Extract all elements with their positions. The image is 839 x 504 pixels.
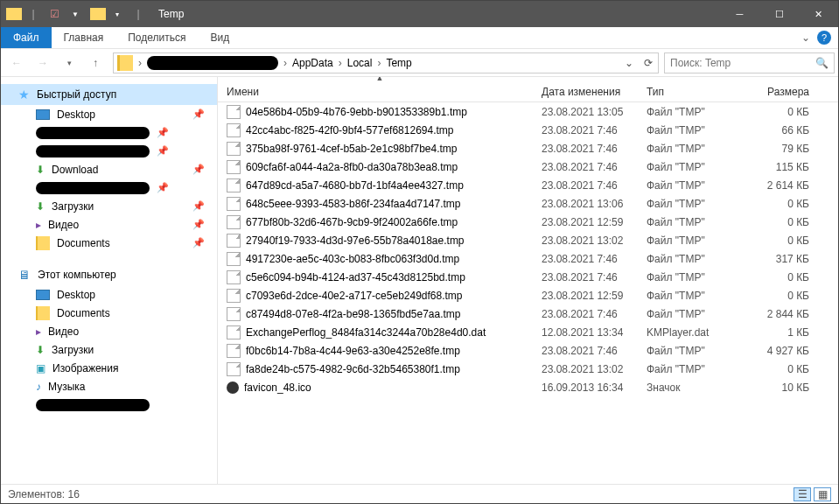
file-size: 0 КБ: [743, 216, 822, 228]
chevron-right-icon[interactable]: ›: [136, 57, 143, 69]
forward-button[interactable]: →: [31, 52, 55, 74]
file-size: 317 КБ: [743, 253, 822, 265]
home-tab[interactable]: Главная: [52, 27, 116, 48]
nav-item[interactable]: ♪Музыка: [1, 377, 217, 396]
file-row[interactable]: 4917230e-ae5c-403c-b083-8fbc063f3d0d.tmp…: [218, 249, 838, 268]
window-controls: ─ ☐ ✕: [720, 1, 838, 27]
file-row[interactable]: 27940f19-7933-4d3d-97e6-55b78a4018ae.tmp…: [218, 231, 838, 249]
file-row[interactable]: 04e586b4-05b9-4b76-9ebb-b901353389b1.tmp…: [218, 102, 838, 121]
file-name: ExchangePerflog_8484fa314c3244a70b28e4d0…: [246, 326, 486, 339]
file-row[interactable]: favicon_48.ico16.09.2013 16:34Значок10 К…: [218, 378, 838, 396]
nav-item[interactable]: 📌: [1, 142, 217, 160]
quick-access-header[interactable]: ★ Быстрый доступ: [1, 84, 217, 105]
nav-item[interactable]: ⬇Загрузки📌: [1, 197, 217, 215]
ribbon-expand-icon[interactable]: ⌄: [801, 32, 810, 44]
column-date[interactable]: Дата изменения: [542, 86, 647, 98]
breadcrumb[interactable]: Local: [344, 57, 376, 69]
nav-item[interactable]: Desktop: [1, 285, 217, 304]
file-row[interactable]: c87494d8-07e8-4f2a-be98-1365fbd5e7aa.tmp…: [218, 304, 838, 323]
refresh-icon[interactable]: ⟳: [639, 53, 658, 73]
thispc-header[interactable]: 🖥 Этот компьютер: [1, 264, 217, 285]
pin-icon: 📌: [192, 108, 205, 120]
qat-dropdown2[interactable]: ▾: [108, 4, 127, 24]
nav-item[interactable]: [1, 396, 217, 414]
folder-icon2[interactable]: [90, 8, 106, 20]
file-size: 115 КБ: [743, 161, 822, 173]
column-type[interactable]: Тип: [647, 86, 743, 98]
nav-item[interactable]: ▸Видео📌: [1, 215, 217, 234]
nav-item-label: Загрузки: [52, 344, 210, 356]
column-name[interactable]: Имени: [218, 86, 542, 98]
view-tab[interactable]: Вид: [198, 27, 241, 48]
nav-item[interactable]: Documents📌: [1, 234, 217, 252]
nav-item[interactable]: 📌: [1, 123, 217, 142]
pin-icon: 📌: [192, 164, 205, 175]
breadcrumb[interactable]: AppData: [289, 57, 337, 69]
file-row[interactable]: f0bc6b14-7b8a-4c44-9e63-a30e4252e8fe.tmp…: [218, 341, 838, 360]
address-bar[interactable]: › › AppData › Local › Temp ⌄ ⟳: [113, 52, 659, 74]
search-icon[interactable]: 🔍: [815, 57, 829, 69]
file-row[interactable]: 42cc4abc-f825-42f0-9bf4-577ef6812694.tmp…: [218, 121, 838, 139]
quick-access-label: Быстрый доступ: [37, 88, 116, 101]
file-size: 66 КБ: [743, 124, 822, 136]
file-row[interactable]: c7093e6d-2dce-40e2-a717-ce5eb249df68.tmp…: [218, 286, 838, 304]
maximize-button[interactable]: ☐: [759, 1, 799, 27]
file-row[interactable]: 648c5eee-9393-4583-b86f-234faa4d7147.tmp…: [218, 194, 838, 213]
thumbnails-view-button[interactable]: ▦: [814, 487, 831, 501]
file-size: 2 844 КБ: [743, 308, 822, 320]
file-date: 23.08.2021 7:46: [542, 253, 647, 265]
properties-icon[interactable]: ☑: [45, 4, 64, 24]
file-row[interactable]: 609cfa6f-a044-4a2a-8fb0-da30a78b3ea8.tmp…: [218, 158, 838, 176]
folder-icon[interactable]: [6, 8, 22, 20]
search-input[interactable]: [670, 57, 815, 69]
file-row[interactable]: fa8de24b-c575-4982-9c6d-32b5465380f1.tmp…: [218, 360, 838, 378]
pin-icon: 📌: [192, 219, 205, 230]
desktop-icon: [36, 109, 50, 120]
chevron-right-icon[interactable]: ›: [375, 57, 382, 69]
nav-item[interactable]: ▣Изображения: [1, 359, 217, 377]
file-row[interactable]: 647d89cd-a5a7-4680-bb7d-1bf4a4ee4327.tmp…: [218, 176, 838, 194]
file-row[interactable]: 677bf80b-32d6-467b-9cb9-9f24002a66fe.tmp…: [218, 213, 838, 231]
file-type: Файл "TMP": [647, 179, 743, 192]
nav-item-label: Изображения: [52, 362, 210, 374]
chevron-right-icon[interactable]: ›: [282, 57, 289, 69]
nav-item[interactable]: Desktop📌: [1, 105, 217, 123]
qat-dropdown[interactable]: ▼: [66, 4, 85, 24]
file-row[interactable]: 375ba98f-9761-4cef-b5ab-2e1c98bf7be4.tmp…: [218, 139, 838, 158]
file-name: 375ba98f-9761-4cef-b5ab-2e1c98bf7be4.tmp: [246, 143, 458, 155]
back-button[interactable]: ←: [4, 52, 29, 74]
share-tab[interactable]: Поделиться: [115, 27, 198, 48]
column-size[interactable]: Размера: [743, 86, 822, 98]
file-icon: [227, 344, 241, 358]
file-name: 677bf80b-32d6-467b-9cb9-9f24002a66fe.tmp: [246, 216, 458, 228]
file-name: 42cc4abc-f825-42f0-9bf4-577ef6812694.tmp: [246, 124, 454, 136]
nav-item[interactable]: Documents: [1, 304, 217, 322]
details-view-button[interactable]: ☰: [794, 487, 811, 501]
nav-item-label: Загрузки: [52, 200, 185, 213]
pin-icon: 📌: [157, 145, 169, 157]
search-box[interactable]: 🔍: [664, 52, 835, 74]
file-size: 0 КБ: [743, 198, 822, 210]
minimize-button[interactable]: ─: [720, 1, 759, 27]
file-row[interactable]: c5e6c094-b94b-4124-ad37-45c43d8125bd.tmp…: [218, 268, 838, 286]
video-icon: ▸: [36, 219, 41, 231]
nav-item[interactable]: 📌: [1, 178, 217, 197]
close-button[interactable]: ✕: [799, 1, 838, 27]
breadcrumb[interactable]: Temp: [382, 57, 415, 69]
nav-item[interactable]: ⬇Download📌: [1, 160, 217, 178]
help-icon[interactable]: ?: [817, 31, 831, 45]
up-button[interactable]: ↑: [83, 52, 108, 74]
statusbar: Элементов: 16 ☰ ▦: [1, 484, 838, 503]
file-tab[interactable]: Файл: [1, 27, 52, 48]
file-icon: [227, 326, 241, 340]
nav-item[interactable]: ⬇Загрузки: [1, 340, 217, 359]
file-type: Файл "TMP": [647, 363, 743, 375]
download-icon: ⬇: [36, 200, 45, 213]
file-row[interactable]: ExchangePerflog_8484fa314c3244a70b28e4d0…: [218, 323, 838, 341]
chevron-right-icon[interactable]: ›: [337, 57, 344, 69]
recent-dropdown[interactable]: ▾: [57, 52, 81, 74]
file-name: 609cfa6f-a044-4a2a-8fb0-da30a78b3ea8.tmp: [246, 161, 458, 173]
address-dropdown-icon[interactable]: ⌄: [619, 53, 639, 73]
item-count: Элементов: 16: [8, 488, 80, 500]
nav-item[interactable]: ▸Видео: [1, 322, 217, 340]
